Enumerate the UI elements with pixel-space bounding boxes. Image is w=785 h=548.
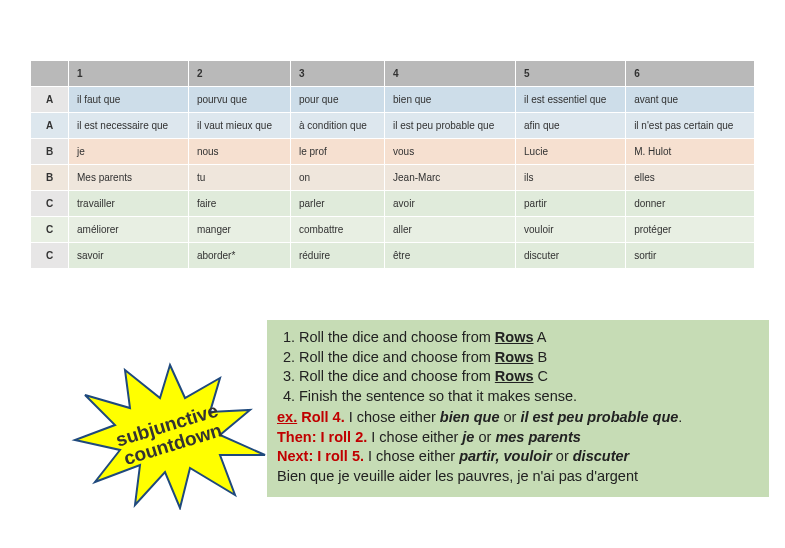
table-row: BMes parentstuonJean-Marcilselles (31, 165, 755, 191)
vocab-table-wrap: 1 2 3 4 5 6 Ail faut quepourvu quepour q… (0, 0, 785, 269)
table-row: Ail est necessaire queil vaut mieux queà… (31, 113, 755, 139)
col-header: 5 (516, 61, 626, 87)
table-cell: combattre (290, 217, 384, 243)
table-cell: manger (188, 217, 290, 243)
table-row: Caméliorermangercombattreallervouloirpro… (31, 217, 755, 243)
table-cell: faire (188, 191, 290, 217)
table-cell: il est peu probable que (385, 113, 516, 139)
instruction-list: Roll the dice and choose from Rows A Rol… (277, 328, 759, 406)
table-cell: travailler (69, 191, 189, 217)
table-cell: le prof (290, 139, 384, 165)
instructions-box: Roll the dice and choose from Rows A Rol… (267, 320, 769, 497)
table-cell: Mes parents (69, 165, 189, 191)
starburst-text: subjunctive countdown (114, 400, 227, 469)
table-cell: à condition que (290, 113, 384, 139)
table-cell: il n'est pas certain que (626, 113, 755, 139)
row-label: C (31, 191, 69, 217)
table-cell: Lucie (516, 139, 626, 165)
table-cell: tu (188, 165, 290, 191)
table-cell: on (290, 165, 384, 191)
row-label: B (31, 165, 69, 191)
table-cell: réduire (290, 243, 384, 269)
table-row: Ctravaillerfaireparleravoirpartirdonner (31, 191, 755, 217)
col-header: 4 (385, 61, 516, 87)
table-row: Bjenousle profvousLucieM. Hulot (31, 139, 755, 165)
table-cell: Jean-Marc (385, 165, 516, 191)
table-cell: nous (188, 139, 290, 165)
col-header: 3 (290, 61, 384, 87)
final-sentence: Bien que je veuille aider les pauvres, j… (277, 467, 759, 487)
vocab-table: 1 2 3 4 5 6 Ail faut quepourvu quepour q… (30, 60, 755, 269)
table-cell: pourvu que (188, 87, 290, 113)
table-cell: discuter (516, 243, 626, 269)
table-cell: être (385, 243, 516, 269)
col-header: 2 (188, 61, 290, 87)
table-cell: vouloir (516, 217, 626, 243)
table-row: Ail faut quepourvu quepour quebien queil… (31, 87, 755, 113)
table-cell: ils (516, 165, 626, 191)
header-row: 1 2 3 4 5 6 (31, 61, 755, 87)
svg-marker-0 (75, 365, 265, 508)
table-cell: aller (385, 217, 516, 243)
table-cell: avant que (626, 87, 755, 113)
instruction-step: Roll the dice and choose from Rows C (299, 367, 759, 387)
table-cell: il vaut mieux que (188, 113, 290, 139)
table-cell: bien que (385, 87, 516, 113)
table-cell: il est essentiel que (516, 87, 626, 113)
starburst: subjunctive countdown (70, 360, 270, 510)
instruction-step: Finish the sentence so that it makes sen… (299, 387, 759, 407)
row-label: C (31, 217, 69, 243)
table-cell: pour que (290, 87, 384, 113)
row-label: B (31, 139, 69, 165)
then-line: Then: I roll 2. I chose either je or mes… (277, 428, 759, 448)
table-cell: sortir (626, 243, 755, 269)
table-cell: il faut que (69, 87, 189, 113)
table-cell: il est necessaire que (69, 113, 189, 139)
table-cell: je (69, 139, 189, 165)
col-header: 1 (69, 61, 189, 87)
table-cell: savoir (69, 243, 189, 269)
row-label: C (31, 243, 69, 269)
table-cell: aborder* (188, 243, 290, 269)
table-cell: partir (516, 191, 626, 217)
row-label: A (31, 113, 69, 139)
col-header: 6 (626, 61, 755, 87)
row-label: A (31, 87, 69, 113)
table-cell: vous (385, 139, 516, 165)
table-cell: M. Hulot (626, 139, 755, 165)
table-cell: donner (626, 191, 755, 217)
table-cell: parler (290, 191, 384, 217)
next-line: Next: I roll 5. I chose either partir, v… (277, 447, 759, 467)
table-cell: protéger (626, 217, 755, 243)
table-cell: avoir (385, 191, 516, 217)
table-cell: elles (626, 165, 755, 191)
header-corner (31, 61, 69, 87)
instruction-step: Roll the dice and choose from Rows A (299, 328, 759, 348)
table-cell: afin que (516, 113, 626, 139)
instruction-step: Roll the dice and choose from Rows B (299, 348, 759, 368)
example-line: ex. Roll 4. I chose either bien que or i… (277, 408, 759, 428)
table-cell: améliorer (69, 217, 189, 243)
table-row: Csavoiraborder*réduireêtrediscutersortir (31, 243, 755, 269)
